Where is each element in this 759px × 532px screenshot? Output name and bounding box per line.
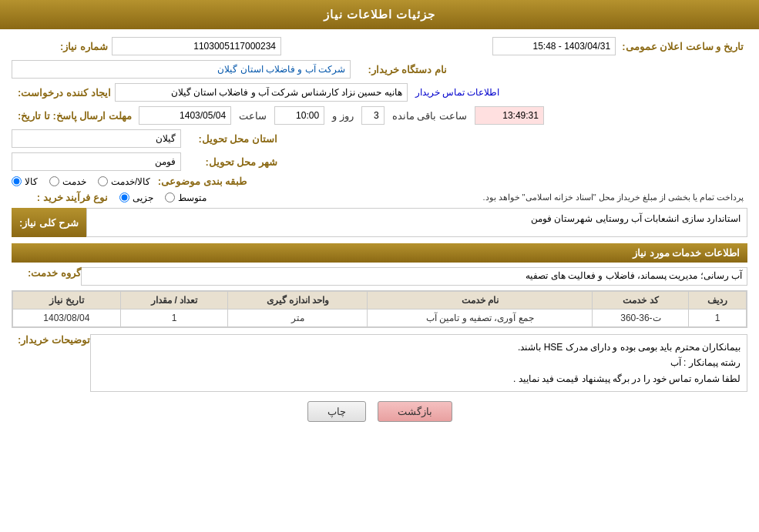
sharh-section-title: شرح کلی نیاز: [12, 208, 86, 237]
services-table: ردیف کد خدمت نام خدمت واحد اندازه گیری ت… [12, 291, 747, 327]
radio-kala[interactable]: کالا [12, 176, 38, 187]
shahr-input[interactable] [12, 152, 181, 171]
col-unit: واحد اندازه گیری [228, 292, 368, 309]
tosih-label: توضیحات خریدار: [12, 334, 90, 346]
print-button[interactable]: چاپ [307, 401, 366, 422]
ettelaat-tamas-link[interactable]: اطلاعات تماس خریدار [408, 87, 500, 98]
row-shomare-tarikh: تاریخ و ساعت اعلان عمومی: شماره نیاز: [12, 37, 747, 55]
services-section-title: اطلاعات خدمات مورد نیاز [12, 243, 747, 263]
radio-kala-khedmat[interactable]: کالا/خدمت [98, 176, 150, 187]
buttons-row: بازگشت چاپ [12, 401, 747, 422]
row-group-service: آب رسانی؛ مدیریت پسماند، فاضلاب و فعالیت… [12, 267, 747, 286]
row-ostan: استان محل تحویل: [12, 129, 747, 148]
mohlat-baqi-input [475, 106, 544, 125]
radio-motavasset[interactable]: متوسط [165, 192, 207, 203]
back-button[interactable]: بازگشت [378, 401, 452, 422]
row-tosih: بیمانکاران محترم باید بومی بوده و دارای … [12, 334, 747, 392]
nov-farayand-radio-group: متوسط جزیی [119, 192, 207, 203]
col-count: تعداد / مقدار [120, 292, 228, 309]
mohlat-date-input [139, 106, 231, 125]
tosih-content: بیمانکاران محترم باید بومی بوده و دارای … [90, 334, 747, 392]
page-header: جزئیات اطلاعات نیاز [0, 0, 759, 29]
group-service-label: گروه خدمت: [12, 267, 81, 279]
tabaqe-label: طبقه بندی موضوعی: [150, 176, 250, 187]
row-tabaqe: طبقه بندی موضوعی: کالا/خدمت خدمت کالا [12, 176, 747, 187]
nam-dastgah-input[interactable] [12, 60, 351, 79]
row-nam-dastgah: نام دستگاه خریدار: [12, 60, 747, 79]
mohlat-rooz-label: روز و [332, 110, 354, 122]
ijad-konande-label: ایجاد کننده درخواست: [12, 87, 115, 99]
ijad-konande-input[interactable] [115, 83, 408, 102]
tabaqe-radio-group: کالا/خدمت خدمت کالا [12, 176, 150, 187]
shomare-niaz-input[interactable] [112, 37, 281, 55]
row-sharh: استاندارد سازی انشعابات آب روستایی شهرست… [12, 208, 747, 237]
nam-dastgah-label: نام دستگاه خریدار: [351, 64, 451, 75]
page-wrapper: جزئیات اطلاعات نیاز تاریخ و ساعت اعلان ع… [0, 0, 759, 532]
page-title: جزئیات اطلاعات نیاز [324, 8, 435, 21]
tarikh-input[interactable] [492, 37, 616, 55]
col-code: کد خدمت [593, 292, 689, 309]
row-nov-farayand: پرداخت تمام یا بخشی از مبلغ خریداز محل "… [12, 192, 747, 203]
nov-farayand-note: پرداخت تمام یا بخشی از مبلغ خریداز محل "… [207, 192, 747, 202]
mohlat-saat-label: ساعت [239, 110, 267, 122]
radio-jozi[interactable]: جزیی [119, 192, 153, 203]
group-service-value: آب رسانی؛ مدیریت پسماند، فاضلاب و فعالیت… [81, 267, 747, 286]
shahr-label: شهر محل تحویل: [181, 156, 281, 168]
mohlat-label: مهلت ارسال پاسخ: تا تاریخ: [12, 110, 136, 122]
shomare-niaz-label: شماره نیاز: [12, 41, 112, 52]
row-mohlat: ساعت باقی مانده روز و ساعت مهلت ارسال پا… [12, 106, 747, 125]
radio-khedmat[interactable]: خدمت [49, 176, 86, 187]
col-name: نام خدمت [368, 292, 593, 309]
mohlat-rooz-input [361, 106, 385, 125]
nov-farayand-label: نوع فرآیند خرید : [12, 192, 112, 203]
mohlat-saat-input [274, 106, 324, 125]
col-radif: ردیف [689, 292, 747, 309]
sharh-box: استاندارد سازی انشعابات آب روستایی شهرست… [86, 208, 747, 237]
services-table-container: ردیف کد خدمت نام خدمت واحد اندازه گیری ت… [12, 290, 747, 328]
row-ijad-konande: اطلاعات تماس خریدار ایجاد کننده درخواست: [12, 83, 747, 102]
mohlat-baqi-label: ساعت باقی مانده [392, 110, 467, 122]
col-date: تاریخ نیاز [13, 292, 121, 309]
table-row: 1ت-36-360جمع آوری، تصفیه و تامین آبمتر11… [13, 309, 747, 327]
ostan-input[interactable] [12, 129, 181, 148]
row-shahr: شهر محل تحویل: [12, 152, 747, 171]
tarikh-label: تاریخ و ساعت اعلان عمومی: [616, 41, 747, 52]
ostan-label: استان محل تحویل: [181, 133, 281, 145]
content-area: تاریخ و ساعت اعلان عمومی: شماره نیاز: نا… [0, 29, 759, 437]
